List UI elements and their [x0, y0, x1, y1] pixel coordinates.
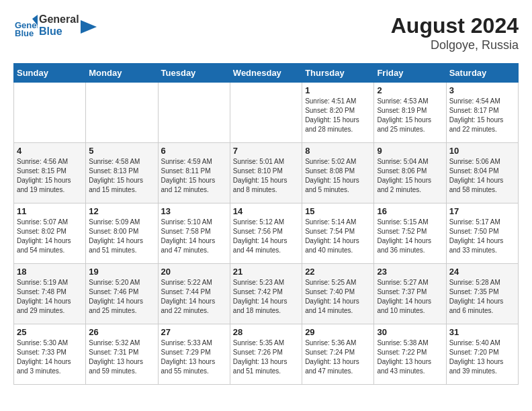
- calendar-table: SundayMondayTuesdayWednesdayThursdayFrid…: [13, 63, 519, 385]
- day-info: Sunrise: 4:54 AM Sunset: 8:17 PM Dayligh…: [449, 97, 515, 134]
- day-info: Sunrise: 5:06 AM Sunset: 8:04 PM Dayligh…: [449, 157, 515, 195]
- day-number: 24: [449, 267, 515, 277]
- day-number: 27: [161, 327, 227, 337]
- day-number: 4: [17, 146, 83, 156]
- calendar-cell: 25Sunrise: 5:30 AM Sunset: 7:33 PM Dayli…: [14, 324, 86, 385]
- day-info: Sunrise: 5:35 AM Sunset: 7:26 PM Dayligh…: [233, 338, 299, 376]
- day-info: Sunrise: 5:12 AM Sunset: 7:56 PM Dayligh…: [233, 218, 299, 255]
- day-info: Sunrise: 5:36 AM Sunset: 7:24 PM Dayligh…: [305, 338, 371, 376]
- calendar-cell: 4Sunrise: 4:56 AM Sunset: 8:15 PM Daylig…: [14, 143, 86, 203]
- calendar-weekday-thursday: Thursday: [302, 64, 374, 83]
- calendar-cell: 22Sunrise: 5:25 AM Sunset: 7:40 PM Dayli…: [302, 264, 374, 324]
- calendar-header-row: SundayMondayTuesdayWednesdayThursdayFrid…: [14, 64, 519, 83]
- calendar-cell: 31Sunrise: 5:40 AM Sunset: 7:20 PM Dayli…: [446, 324, 518, 385]
- title-block: August 2024 Dolgoye, Russia: [391, 13, 519, 52]
- day-number: 12: [89, 206, 154, 216]
- calendar-cell: 27Sunrise: 5:33 AM Sunset: 7:29 PM Dayli…: [158, 324, 230, 385]
- calendar-cell: [86, 83, 158, 143]
- day-info: Sunrise: 5:17 AM Sunset: 7:50 PM Dayligh…: [449, 218, 515, 255]
- day-number: 7: [233, 146, 299, 156]
- calendar-cell: 14Sunrise: 5:12 AM Sunset: 7:56 PM Dayli…: [230, 203, 302, 264]
- calendar-cell: 28Sunrise: 5:35 AM Sunset: 7:26 PM Dayli…: [230, 324, 302, 385]
- day-number: 23: [377, 267, 443, 277]
- calendar-body: 1Sunrise: 4:51 AM Sunset: 8:20 PM Daylig…: [14, 83, 519, 385]
- calendar-week-row: 11Sunrise: 5:07 AM Sunset: 8:02 PM Dayli…: [14, 203, 519, 264]
- calendar-cell: [14, 83, 86, 143]
- day-info: Sunrise: 5:01 AM Sunset: 8:10 PM Dayligh…: [233, 157, 299, 195]
- day-info: Sunrise: 5:30 AM Sunset: 7:33 PM Dayligh…: [17, 338, 83, 376]
- day-info: Sunrise: 5:32 AM Sunset: 7:31 PM Dayligh…: [89, 338, 154, 376]
- svg-marker-3: [81, 20, 97, 34]
- calendar-cell: 10Sunrise: 5:06 AM Sunset: 8:04 PM Dayli…: [446, 143, 518, 203]
- calendar-cell: 3Sunrise: 4:54 AM Sunset: 8:17 PM Daylig…: [446, 83, 518, 143]
- day-number: 19: [89, 267, 154, 277]
- page-title: August 2024: [391, 13, 519, 38]
- logo-general: General: [39, 13, 79, 26]
- calendar-cell: 12Sunrise: 5:09 AM Sunset: 8:00 PM Dayli…: [86, 203, 158, 264]
- day-info: Sunrise: 5:04 AM Sunset: 8:06 PM Dayligh…: [377, 157, 443, 195]
- calendar-weekday-sunday: Sunday: [14, 64, 86, 83]
- day-number: 20: [161, 267, 227, 277]
- day-number: 10: [449, 146, 515, 156]
- day-info: Sunrise: 5:33 AM Sunset: 7:29 PM Dayligh…: [161, 338, 227, 376]
- calendar-cell: 5Sunrise: 4:58 AM Sunset: 8:13 PM Daylig…: [86, 143, 158, 203]
- calendar-cell: 23Sunrise: 5:27 AM Sunset: 7:37 PM Dayli…: [374, 264, 446, 324]
- day-info: Sunrise: 4:58 AM Sunset: 8:13 PM Dayligh…: [89, 157, 154, 195]
- calendar-cell: 2Sunrise: 4:53 AM Sunset: 8:19 PM Daylig…: [374, 83, 446, 143]
- calendar-week-row: 18Sunrise: 5:19 AM Sunset: 7:48 PM Dayli…: [14, 264, 519, 324]
- calendar-weekday-tuesday: Tuesday: [158, 64, 230, 83]
- calendar-cell: 8Sunrise: 5:02 AM Sunset: 8:08 PM Daylig…: [302, 143, 374, 203]
- calendar-cell: 30Sunrise: 5:38 AM Sunset: 7:22 PM Dayli…: [374, 324, 446, 385]
- day-number: 16: [377, 206, 443, 216]
- logo: General Blue General Blue: [13, 13, 97, 38]
- day-info: Sunrise: 5:07 AM Sunset: 8:02 PM Dayligh…: [17, 218, 83, 255]
- day-number: 17: [449, 206, 515, 216]
- day-info: Sunrise: 4:56 AM Sunset: 8:15 PM Dayligh…: [17, 157, 83, 195]
- day-info: Sunrise: 5:38 AM Sunset: 7:22 PM Dayligh…: [377, 338, 443, 376]
- page-header: General Blue General Blue August 2024 Do…: [13, 13, 519, 52]
- day-info: Sunrise: 5:22 AM Sunset: 7:44 PM Dayligh…: [161, 278, 227, 316]
- day-info: Sunrise: 5:23 AM Sunset: 7:42 PM Dayligh…: [233, 278, 299, 316]
- day-number: 1: [305, 85, 371, 95]
- calendar-cell: 19Sunrise: 5:20 AM Sunset: 7:46 PM Dayli…: [86, 264, 158, 324]
- day-info: Sunrise: 5:20 AM Sunset: 7:46 PM Dayligh…: [89, 278, 154, 316]
- day-number: 13: [161, 206, 227, 216]
- calendar-week-row: 25Sunrise: 5:30 AM Sunset: 7:33 PM Dayli…: [14, 324, 519, 385]
- day-info: Sunrise: 5:25 AM Sunset: 7:40 PM Dayligh…: [305, 278, 371, 316]
- calendar-cell: [230, 83, 302, 143]
- day-number: 9: [377, 146, 443, 156]
- calendar-weekday-monday: Monday: [86, 64, 158, 83]
- day-number: 14: [233, 206, 299, 216]
- calendar-weekday-friday: Friday: [374, 64, 446, 83]
- day-number: 30: [377, 327, 443, 337]
- day-number: 6: [161, 146, 227, 156]
- calendar-cell: 16Sunrise: 5:15 AM Sunset: 7:52 PM Dayli…: [374, 203, 446, 264]
- day-info: Sunrise: 5:10 AM Sunset: 7:58 PM Dayligh…: [161, 218, 227, 255]
- calendar-cell: 26Sunrise: 5:32 AM Sunset: 7:31 PM Dayli…: [86, 324, 158, 385]
- logo-arrow-icon: [81, 20, 97, 34]
- day-info: Sunrise: 4:53 AM Sunset: 8:19 PM Dayligh…: [377, 97, 443, 134]
- day-number: 28: [233, 327, 299, 337]
- day-number: 5: [89, 146, 154, 156]
- day-info: Sunrise: 5:27 AM Sunset: 7:37 PM Dayligh…: [377, 278, 443, 316]
- calendar-cell: 9Sunrise: 5:04 AM Sunset: 8:06 PM Daylig…: [374, 143, 446, 203]
- day-number: 22: [305, 267, 371, 277]
- day-number: 21: [233, 267, 299, 277]
- page-subtitle: Dolgoye, Russia: [391, 38, 519, 52]
- day-info: Sunrise: 4:51 AM Sunset: 8:20 PM Dayligh…: [305, 97, 371, 134]
- day-number: 15: [305, 206, 371, 216]
- calendar-week-row: 4Sunrise: 4:56 AM Sunset: 8:15 PM Daylig…: [14, 143, 519, 203]
- calendar-cell: 7Sunrise: 5:01 AM Sunset: 8:10 PM Daylig…: [230, 143, 302, 203]
- day-info: Sunrise: 5:15 AM Sunset: 7:52 PM Dayligh…: [377, 218, 443, 255]
- day-number: 18: [17, 267, 83, 277]
- calendar-cell: 11Sunrise: 5:07 AM Sunset: 8:02 PM Dayli…: [14, 203, 86, 264]
- day-info: Sunrise: 5:09 AM Sunset: 8:00 PM Dayligh…: [89, 218, 154, 255]
- day-number: 29: [305, 327, 371, 337]
- calendar-cell: 15Sunrise: 5:14 AM Sunset: 7:54 PM Dayli…: [302, 203, 374, 264]
- day-number: 3: [449, 85, 515, 95]
- calendar-cell: 18Sunrise: 5:19 AM Sunset: 7:48 PM Dayli…: [14, 264, 86, 324]
- day-info: Sunrise: 5:02 AM Sunset: 8:08 PM Dayligh…: [305, 157, 371, 195]
- day-number: 11: [17, 206, 83, 216]
- day-number: 26: [89, 327, 154, 337]
- calendar-cell: 17Sunrise: 5:17 AM Sunset: 7:50 PM Dayli…: [446, 203, 518, 264]
